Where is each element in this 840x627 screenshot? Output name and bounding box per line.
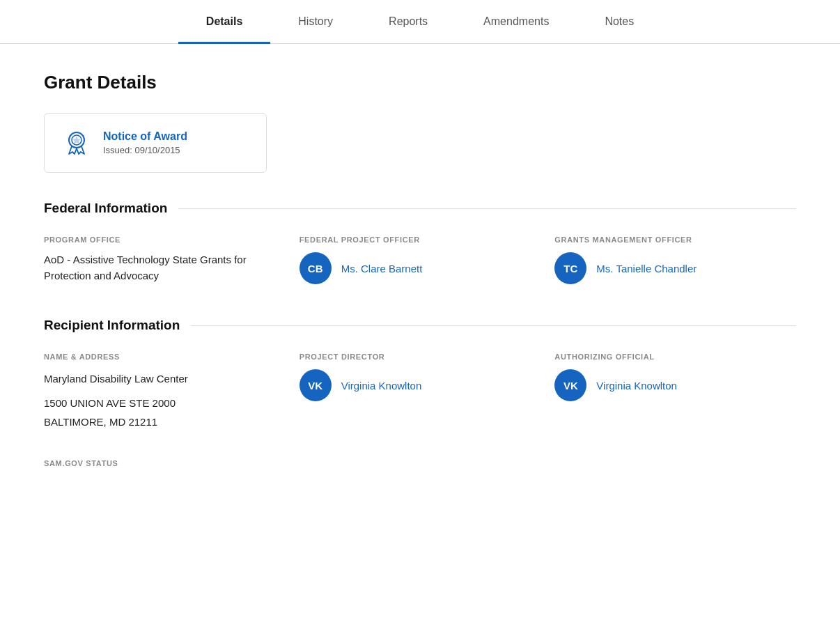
federal-project-officer-person: CB Ms. Clare Barnett (300, 252, 541, 284)
grants-management-officer-field: GRANTS MANAGEMENT OFFICER TC Ms. Taniell… (554, 235, 796, 284)
main-content: Grant Details Notice of Award Issued: 09… (16, 44, 824, 529)
authorizing-official-label: AUTHORIZING OFFICIAL (554, 353, 796, 361)
svg-marker-2 (72, 136, 81, 144)
federal-section-divider (178, 208, 796, 209)
project-director-field: PROJECT DIRECTOR VK Virginia Knowlton (300, 353, 541, 431)
grants-management-officer-avatar: TC (554, 252, 586, 284)
grants-management-officer-name[interactable]: Ms. Tanielle Chandler (596, 263, 697, 274)
tab-notes[interactable]: Notes (577, 0, 662, 43)
grants-management-officer-person: TC Ms. Tanielle Chandler (554, 252, 796, 284)
tab-history[interactable]: History (270, 0, 361, 43)
award-card-title[interactable]: Notice of Award (103, 130, 187, 143)
name-address-label: NAME & ADDRESS (44, 353, 286, 361)
federal-project-officer-avatar: CB (300, 252, 332, 284)
program-office-value: AoD - Assistive Technology State Grants … (44, 252, 286, 284)
federal-section-title: Federal Information (44, 201, 167, 216)
federal-project-officer-field: FEDERAL PROJECT OFFICER CB Ms. Clare Bar… (300, 235, 541, 284)
page-title: Grant Details (44, 72, 796, 93)
authorizing-official-person: VK Virginia Knowlton (554, 369, 796, 401)
project-director-name[interactable]: Virginia Knowlton (341, 380, 422, 392)
award-icon (61, 127, 92, 158)
tab-navigation: Details History Reports Amendments Notes (0, 0, 840, 44)
tab-amendments[interactable]: Amendments (456, 0, 577, 43)
project-director-label: PROJECT DIRECTOR (300, 353, 541, 361)
federal-project-officer-name[interactable]: Ms. Clare Barnett (341, 263, 423, 274)
federal-project-officer-label: FEDERAL PROJECT OFFICER (300, 235, 541, 244)
tab-details[interactable]: Details (178, 0, 270, 43)
recipient-section-title: Recipient Information (44, 318, 180, 333)
tab-reports[interactable]: Reports (361, 0, 456, 43)
program-office-field: PROGRAM OFFICE AoD - Assistive Technolog… (44, 235, 286, 284)
org-name: Maryland Disability Law Center (44, 369, 286, 388)
address-line2: BALTIMORE, MD 21211 (44, 412, 286, 431)
recipient-section-header: Recipient Information (44, 318, 796, 333)
project-director-person: VK Virginia Knowlton (300, 369, 541, 401)
address-block: Maryland Disability Law Center 1500 UNIO… (44, 369, 286, 431)
sam-gov-status-label: SAM.GOV STATUS (44, 459, 796, 467)
name-address-field: NAME & ADDRESS Maryland Disability Law C… (44, 353, 286, 431)
sam-gov-status-field: SAM.GOV STATUS (44, 459, 796, 467)
authorizing-official-field: AUTHORIZING OFFICIAL VK Virginia Knowlto… (554, 353, 796, 431)
federal-section-header: Federal Information (44, 201, 796, 216)
recipient-information-section: Recipient Information NAME & ADDRESS Mar… (44, 318, 796, 467)
authorizing-official-avatar: VK (554, 369, 586, 401)
address-line1: 1500 UNION AVE STE 2000 (44, 394, 286, 412)
recipient-section-divider (191, 325, 796, 326)
authorizing-official-name[interactable]: Virginia Knowlton (596, 380, 677, 392)
federal-info-grid: PROGRAM OFFICE AoD - Assistive Technolog… (44, 235, 796, 284)
recipient-info-grid: NAME & ADDRESS Maryland Disability Law C… (44, 353, 796, 431)
grants-management-officer-label: GRANTS MANAGEMENT OFFICER (554, 235, 796, 244)
federal-information-section: Federal Information PROGRAM OFFICE AoD -… (44, 201, 796, 284)
project-director-avatar: VK (300, 369, 332, 401)
award-card-text: Notice of Award Issued: 09/10/2015 (103, 130, 187, 155)
program-office-label: PROGRAM OFFICE (44, 235, 286, 244)
award-card[interactable]: Notice of Award Issued: 09/10/2015 (44, 113, 267, 173)
award-card-subtitle: Issued: 09/10/2015 (103, 145, 187, 155)
